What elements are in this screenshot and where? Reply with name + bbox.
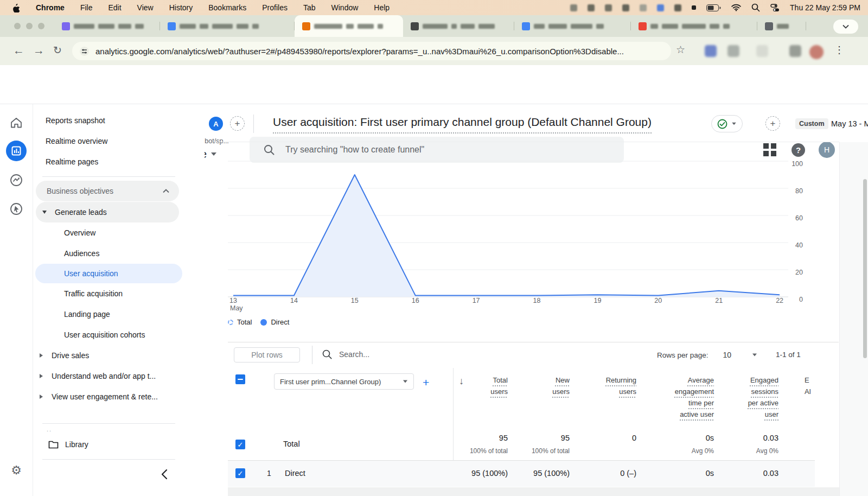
menu-bar-clock[interactable]: Thu 22 May 2:59 PM: [790, 3, 860, 12]
forward-button[interactable]: →: [33, 44, 44, 57]
sidebar-item-traffic-acquisition[interactable]: Traffic acquisition: [33, 283, 205, 304]
select-all-checkbox[interactable]: [235, 374, 245, 384]
status-app-icon[interactable]: [588, 4, 595, 11]
menu-item-help[interactable]: Help: [374, 3, 390, 12]
legend-total[interactable]: Total: [228, 318, 252, 326]
browser-tab[interactable]: [514, 15, 631, 37]
sidebar-item-reports-snapshot[interactable]: Reports snapshot: [33, 110, 205, 131]
reload-button[interactable]: ↻: [53, 44, 62, 56]
sidebar-item-view-user-engagement-rete[interactable]: View user engagement & rete...: [33, 386, 205, 407]
site-settings-icon[interactable]: [80, 47, 89, 56]
sidebar-item-realtime-pages[interactable]: Realtime pages: [33, 151, 205, 172]
table-search[interactable]: Search...: [322, 349, 369, 359]
table-footer-strip: [228, 487, 839, 496]
add-report-button[interactable]: +: [765, 116, 780, 131]
extension-icon[interactable]: [727, 45, 739, 57]
bookmark-star-icon[interactable]: ☆: [676, 43, 685, 56]
status-app-icon[interactable]: [692, 5, 696, 10]
column-header-returning-users[interactable]: Returningusers: [555, 374, 636, 397]
sidebar-item-audiences[interactable]: Audiences: [33, 243, 205, 264]
column-header-engaged-sessions-per-active-user[interactable]: Engagedsessionsper activeuser: [697, 374, 778, 420]
sidebar-item-generate-leads[interactable]: Generate leads: [36, 202, 179, 222]
sidebar-item-understand-web-and-or-app-t[interactable]: Understand web and/or app t...: [33, 366, 205, 386]
spotlight-search-icon[interactable]: [751, 3, 760, 12]
extension-icon[interactable]: [756, 45, 768, 57]
sidebar-item-user-acquisition-cohorts[interactable]: User acquisition cohorts: [33, 325, 205, 345]
status-app-icon[interactable]: [640, 4, 647, 11]
advertising-icon[interactable]: [10, 202, 23, 215]
reports-icon[interactable]: [6, 141, 27, 161]
add-comparison-button[interactable]: +: [230, 116, 245, 131]
sidebar-item-library[interactable]: Library: [33, 434, 205, 455]
sidebar-item-drive-sales[interactable]: Drive sales: [33, 345, 205, 366]
search-icon: [264, 144, 275, 155]
account-avatar[interactable]: H: [819, 142, 835, 158]
page-scrollbar[interactable]: [863, 179, 867, 358]
status-app-icon[interactable]: [622, 4, 629, 11]
menu-item-view[interactable]: View: [137, 3, 154, 12]
zoom-window-button[interactable]: [38, 23, 44, 29]
status-app-icon[interactable]: [570, 4, 577, 11]
explore-icon[interactable]: [10, 174, 23, 187]
profile-avatar[interactable]: [809, 45, 824, 59]
rows-per-page-dropdown-icon[interactable]: [752, 354, 757, 357]
clipped-column-header: EAl: [805, 374, 814, 412]
sidebar-item-realtime-overview[interactable]: Realtime overview: [33, 131, 205, 151]
collapse-arrow-icon: [40, 395, 43, 399]
battery-icon[interactable]: [706, 4, 721, 11]
sidebar-item-landing-page[interactable]: Landing page: [33, 304, 205, 325]
date-range-picker[interactable]: May 13 - M: [831, 119, 868, 128]
nav-item-label: View user engagement & rete...: [52, 392, 158, 401]
collapse-sidebar-icon[interactable]: [161, 469, 168, 480]
sidebar-item-overview[interactable]: Overview: [33, 222, 205, 243]
menu-item-bookmarks[interactable]: Bookmarks: [208, 3, 246, 12]
total-row-checkbox[interactable]: ✓: [235, 440, 245, 449]
plot-rows-button[interactable]: Plot rows: [234, 347, 300, 363]
menu-item-history[interactable]: History: [169, 3, 193, 12]
status-app-icon[interactable]: [674, 4, 681, 11]
header-divider: [253, 115, 254, 133]
comparison-chip[interactable]: A: [209, 117, 223, 131]
browser-tab[interactable]: [757, 15, 806, 37]
nav-item-label: Drive sales: [52, 351, 89, 360]
redacted-tab-title: [478, 24, 495, 29]
rows-per-page-value[interactable]: 10: [723, 351, 732, 359]
browser-tab[interactable]: [403, 15, 514, 37]
address-bar[interactable]: analytics.google.com/analytics/web/?auth…: [72, 42, 671, 60]
sidebar-item-business-objectives[interactable]: Business objectives: [36, 181, 179, 201]
browser-tab-active[interactable]: [295, 15, 403, 37]
redacted-tab-title: [596, 24, 604, 29]
apple-logo-icon[interactable]: [12, 3, 20, 12]
total-cell-subvalue: 100% of total: [488, 447, 570, 455]
menu-item-chrome[interactable]: Chrome: [36, 3, 65, 12]
wifi-icon[interactable]: [731, 4, 741, 11]
back-button[interactable]: ←: [13, 44, 24, 57]
browser-tab[interactable]: [631, 15, 757, 37]
minimize-window-button[interactable]: [26, 23, 33, 29]
menu-item-file[interactable]: File: [80, 3, 93, 12]
admin-gear-icon[interactable]: ⚙: [11, 463, 22, 478]
home-icon[interactable]: [10, 117, 22, 128]
direct-row-checkbox[interactable]: ✓: [235, 468, 245, 478]
browser-tab[interactable]: [54, 15, 160, 37]
status-app-icon[interactable]: [657, 4, 664, 11]
report-status-button[interactable]: [711, 115, 743, 132]
tab-search-button[interactable]: [833, 20, 858, 34]
menu-item-tab[interactable]: Tab: [303, 3, 316, 12]
sidebar-item-user-acquisition[interactable]: User acquisition: [35, 264, 182, 283]
dimension-selector[interactable]: First user prim...Channel Group): [274, 373, 414, 390]
report-title[interactable]: User acquisition: First user primary cha…: [273, 116, 652, 133]
status-app-icon[interactable]: [605, 4, 612, 11]
svg-text:22: 22: [776, 297, 783, 304]
chrome-menu-icon[interactable]: ⋮: [834, 44, 844, 56]
menu-item-edit[interactable]: Edit: [108, 3, 121, 12]
menu-item-profiles[interactable]: Profiles: [262, 3, 288, 12]
close-window-button[interactable]: [14, 23, 21, 29]
control-center-icon[interactable]: [770, 3, 780, 12]
legend-direct[interactable]: Direct: [260, 318, 289, 326]
extension-icon[interactable]: [789, 45, 801, 57]
browser-tab[interactable]: [160, 15, 295, 37]
svg-text:13: 13: [229, 297, 237, 304]
extension-icon[interactable]: [705, 45, 717, 57]
menu-item-window[interactable]: Window: [331, 3, 359, 12]
